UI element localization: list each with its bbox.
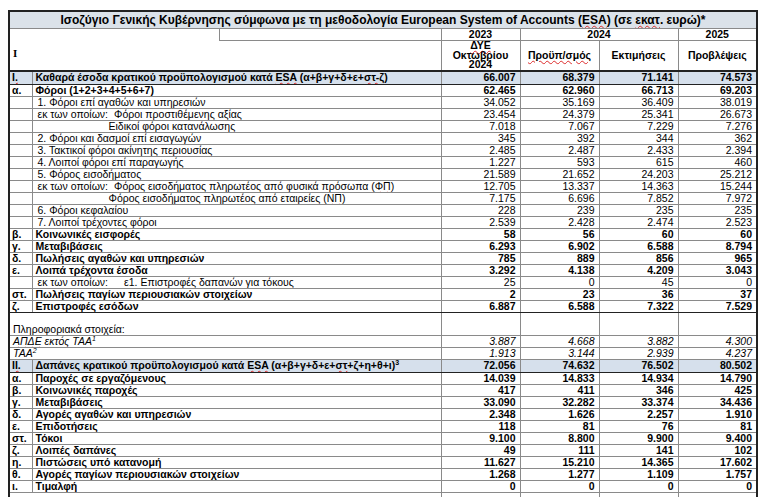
row-index-text: ε. [12,264,20,276]
label-segment: ΦΠ [375,180,391,192]
col-subheader-estimates: Εκτιμήσεις [599,41,678,71]
row-index-text: στ. [12,432,27,444]
subheader-line: Προβλέψεις [679,51,757,61]
value-cell: 7.175 [441,192,520,204]
row-label: ΤΑΑ2 [9,347,441,359]
table-row: I.Καθαρά έσοδα κρατικού προϋπολογισμού κ… [9,71,757,85]
label-segment: (α+β+γ+δ+ε+ [268,359,335,371]
value-cell: 2.257 [599,408,678,420]
value-cell: 62.465 [441,84,520,96]
value-cell: 3.144 [520,347,599,359]
label-segment: Τόκοι [36,432,63,444]
label-segment: ESA [582,13,607,27]
value-cell: 2.939 [599,347,678,359]
row-index: I. [9,71,32,85]
col-subheader-forecasts: Προβλέψεις [678,41,757,71]
value-cell: 7.529 [678,300,757,312]
table-row [9,492,757,497]
row-label: 7. Λοιποί τρέχοντες φόροι [32,216,441,228]
label-segment: στ [335,359,347,371]
row-index [9,180,32,192]
table-row: δ.Αγορές αγαθών και υπηρεσιών2.3481.6262… [9,408,757,420]
label-segment: 4. Λοιποί φόροι επί παραγωγής [38,156,184,168]
value-cell: 74.632 [520,359,599,372]
label-segment: Λοιπά τρέχοντα έσοδα [36,264,148,276]
table-row: εκ των οποίων:Φόρος εισοδήματος πληρωτέο… [9,180,757,192]
label-segment: Μεταβιβάσεις [36,240,103,252]
value-cell [520,492,599,497]
table-row: β.Κοινωνικές εισφορές58566060 [9,228,757,240]
row-label: 6. Φόροι κεφαλαίου [32,204,441,216]
value-cell: 34.052 [441,96,520,108]
table-row: ΤΑΑ21.9133.1442.9394.237 [9,347,757,359]
row-label: Πωλήσεις παγίων περιουσιακών στοιχείων [32,288,441,300]
value-cell: 460 [678,156,757,168]
label-segment: ESA [247,359,268,371]
row-index-text: θ. [12,468,21,480]
row-index-text: ε. [12,420,20,432]
row-label: εκ των οποίων:Φόρος εισοδήματος πληρωτέο… [32,180,441,192]
value-cell: 235 [678,204,757,216]
document-page: { "icons": { "text_cursor": "Ι" }, "tabl… [0,0,762,497]
label-segment: Φόροι προστιθέμενης αξίας [114,108,242,120]
row-index-text: γ. [12,240,21,252]
label-segment: εκ των οποίων: [38,180,109,192]
value-cell: 56 [520,228,599,240]
value-cell: 81 [520,420,599,432]
value-cell: 1.913 [441,347,520,359]
value-cell: 38.019 [678,96,757,108]
table-row: 6. Φόροι κεφαλαίου228239235235 [9,204,757,216]
row-index: α. [9,84,32,96]
label-segment: Αγορές παγίων περιουσιακών στοιχείων [36,468,240,480]
column-header-2024: 2024 [520,29,678,41]
value-cell: 1.757 [678,468,757,480]
value-cell: 69.203 [678,84,757,96]
row-label: εκ των οποίων:ε1. Επιστροφές δαπανών για… [32,276,441,288]
value-cell: 7.067 [520,120,599,132]
table-row: ε.Λοιπά τρέχοντα έσοδα3.2924.1384.2093.0… [9,264,757,276]
label-segment: 1 [92,335,96,341]
value-cell: 4.138 [520,264,599,276]
row-label: 1. Φόροι επί αγαθών και υπηρεσιών [32,96,441,108]
value-cell: 8.794 [678,240,757,252]
row-index [9,276,32,288]
value-cell: 14.365 [599,456,678,468]
row-index-text: I. [12,71,18,83]
row-label: Επιστροφές εσόδων [32,300,441,312]
label-segment: ΑΠΔΕ [13,335,42,347]
value-cell [678,324,757,336]
value-cell: 3.043 [678,264,757,276]
row-label: 5. Φόρος εισοδήματος [32,168,441,180]
row-index: στ. [9,432,32,444]
page-title: Ισοζύγιο Γενικής Κυβέρνησης σύμφωνα με τ… [9,11,757,29]
table-row: α.Παροχές σε εργαζόμενους14.03914.83314.… [9,372,757,384]
row-label: Πληροφοριακά στοιχεία: [9,324,441,336]
value-cell: 6.902 [520,240,599,252]
row-index: δ. [9,408,32,420]
value-cell: 785 [441,252,520,264]
label-segment: Επιστροφές εσόδων [36,300,139,312]
label-segment: εκατ [635,13,660,27]
row-index [9,108,32,120]
row-index: θ. [9,468,32,480]
row-label: Φόροι (1+2+3+4+5+6+7) [32,84,441,96]
row-index-text: α. [12,84,21,96]
row-index: στ. [9,288,32,300]
value-cell: 2.428 [520,216,599,228]
table-row: εκ των οποίων:Φόροι προστιθέμενης αξίας2… [9,108,757,120]
row-index [9,132,32,144]
row-index-text: II. [12,359,21,371]
label-segment: 7. Λοιποί τρέχοντες φόροι [38,216,157,228]
value-cell: 21.589 [441,168,520,180]
label-segment: ) [384,71,388,83]
value-cell: 76.502 [599,359,678,372]
row-index: α. [9,372,32,384]
row-index: ι. [9,480,32,492]
value-cell: 2.394 [678,144,757,156]
value-cell: 12.705 [441,180,520,192]
table-row: ι.Τιμαλφή0000 [9,480,757,492]
row-index-text: γ. [12,396,21,408]
value-cell: 3.882 [599,335,678,347]
label-segment: Μεταβιβάσεις [36,396,103,408]
value-cell: 0 [678,480,757,492]
